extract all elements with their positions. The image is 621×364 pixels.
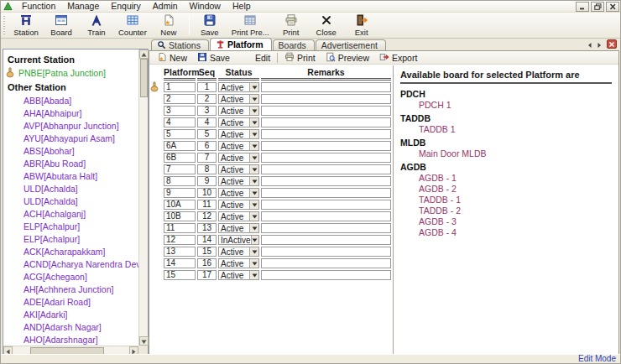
status-combobox[interactable]: Active (218, 164, 259, 174)
train-button[interactable]: Train (79, 13, 114, 38)
close-button[interactable] (606, 2, 619, 12)
dropdown-button[interactable] (251, 236, 258, 244)
current-station-item[interactable]: PNBE[Patna Junction] (3, 67, 138, 80)
remarks-cell[interactable] (261, 247, 391, 257)
seq-cell[interactable]: 12 (197, 211, 217, 221)
menu-function[interactable]: Function (16, 1, 61, 12)
station-list-item[interactable]: ABW[Abutara Halt] (3, 170, 138, 183)
tab-platform[interactable]: Platform (210, 38, 272, 50)
seq-cell[interactable]: 5 (197, 129, 217, 139)
export-button[interactable]: Export (374, 50, 422, 65)
seq-cell[interactable]: 4 (197, 117, 217, 127)
dropdown-button[interactable] (249, 189, 258, 197)
remarks-cell[interactable] (261, 211, 391, 221)
status-combobox[interactable]: Active (218, 200, 259, 210)
seq-cell[interactable]: 1 (197, 82, 217, 92)
station-button[interactable]: Station (8, 13, 44, 38)
edit-button[interactable]: Edit (250, 51, 275, 65)
status-combobox[interactable]: Active (218, 188, 259, 198)
station-list-item[interactable]: ULD[Achalda] (3, 183, 138, 195)
platform-cell[interactable]: 15 (164, 270, 196, 280)
status-combobox[interactable]: Active (218, 94, 259, 104)
platform-cell[interactable]: 10A (164, 200, 196, 210)
platform-cell[interactable]: 14 (164, 258, 196, 268)
row-selector[interactable] (151, 129, 162, 139)
remarks-cell[interactable] (261, 129, 391, 139)
status-combobox[interactable]: Active (218, 270, 259, 280)
row-selector[interactable] (151, 106, 162, 116)
row-selector[interactable] (151, 164, 162, 174)
dropdown-button[interactable] (249, 200, 258, 209)
platform-cell[interactable]: 6A (164, 141, 196, 151)
remarks-cell[interactable] (261, 141, 391, 151)
seq-cell[interactable]: 8 (197, 164, 217, 174)
dropdown-button[interactable] (249, 259, 258, 268)
platform-cell[interactable]: 7 (164, 164, 196, 174)
dropdown-button[interactable] (249, 130, 258, 138)
remarks-cell[interactable] (261, 117, 391, 127)
toolbar-grip[interactable] (3, 15, 7, 35)
dropdown-button[interactable] (249, 95, 258, 103)
print-button[interactable]: Print (274, 13, 309, 38)
preview-button[interactable]: Preview (321, 50, 374, 65)
row-selector[interactable] (151, 94, 162, 104)
vscroll-thumb[interactable] (140, 59, 148, 97)
status-combobox[interactable]: Active (218, 153, 259, 163)
platform-cell[interactable]: 9 (164, 188, 196, 198)
scroll-up-button[interactable] (139, 49, 149, 59)
row-selector[interactable] (151, 211, 162, 221)
scroll-right-button[interactable] (596, 40, 603, 50)
station-list-item[interactable]: AHO[Adarshnagar] (3, 334, 138, 346)
remarks-cell[interactable] (261, 164, 391, 174)
menu-window[interactable]: Window (184, 1, 227, 12)
seq-cell[interactable]: 15 (197, 247, 217, 257)
status-combobox[interactable]: Active (218, 176, 259, 186)
station-list-item[interactable]: AKI[Adarki] (3, 309, 138, 321)
exit-button[interactable]: Exit (344, 13, 379, 38)
status-combobox[interactable]: Active (218, 141, 259, 151)
row-selector[interactable] (151, 153, 162, 163)
seq-cell[interactable]: 11 (197, 200, 217, 210)
row-selector[interactable] (151, 188, 162, 198)
dropdown-button[interactable] (249, 107, 258, 115)
status-combobox[interactable]: Active (218, 258, 259, 268)
station-list-item[interactable]: ELP[Achalpur] (3, 233, 138, 246)
menu-manage[interactable]: Manage (61, 1, 105, 12)
seq-cell[interactable]: 10 (197, 188, 217, 198)
station-list-item[interactable]: ACK[Acharapakkam] (3, 246, 138, 258)
remarks-cell[interactable] (261, 235, 391, 245)
station-list-item[interactable]: ACH[Achalganj] (3, 208, 138, 221)
station-list-item[interactable]: ABB[Abada] (3, 95, 138, 107)
dropdown-button[interactable] (249, 271, 258, 279)
seq-cell[interactable]: 7 (197, 153, 217, 163)
remarks-cell[interactable] (261, 258, 391, 268)
remarks-cell[interactable] (261, 176, 391, 186)
station-list-item[interactable]: AND[Adarsh Nagar] (3, 321, 138, 334)
seq-cell[interactable]: 13 (197, 223, 217, 233)
tab-boards[interactable]: Boards (273, 39, 315, 50)
dropdown-button[interactable] (249, 165, 258, 174)
row-selector[interactable] (151, 117, 162, 127)
station-list-vscrollbar[interactable] (138, 49, 148, 346)
restore-button[interactable] (591, 2, 604, 12)
status-combobox[interactable]: Active (218, 117, 259, 127)
dropdown-button[interactable] (249, 247, 258, 256)
counter-button[interactable]: Counter (114, 13, 151, 38)
platform-cell[interactable]: 3 (164, 106, 196, 116)
status-combobox[interactable]: Active (218, 129, 259, 139)
seq-cell[interactable]: 17 (197, 270, 217, 280)
platform-cell[interactable]: 13 (164, 247, 196, 257)
platform-cell[interactable]: 8 (164, 176, 196, 186)
status-combobox[interactable]: Active (218, 106, 259, 116)
station-list-item[interactable]: ACG[Achegaon] (3, 271, 138, 283)
close-button[interactable]: Close (309, 13, 344, 38)
seq-cell[interactable]: 6 (197, 141, 217, 151)
dropdown-button[interactable] (249, 153, 258, 162)
station-list-item[interactable]: AVP[Abhanpur Junction] (3, 120, 138, 133)
station-list-item[interactable]: ABR[Abu Road] (3, 158, 138, 170)
save-button[interactable]: Save (192, 13, 227, 38)
dropdown-button[interactable] (249, 142, 258, 150)
station-list-item[interactable]: ADE[Adari Road] (3, 296, 138, 309)
row-selector[interactable] (151, 235, 162, 245)
platform-cell[interactable]: 4 (164, 117, 196, 127)
